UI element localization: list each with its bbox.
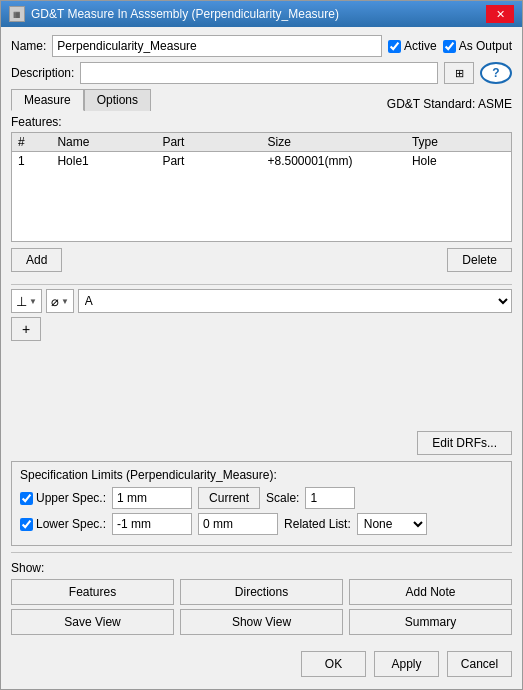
tabs: Measure Options <box>11 89 151 111</box>
ref-select[interactable]: A <box>78 289 512 313</box>
active-checkbox-label: Active <box>388 39 437 53</box>
circ-dropdown[interactable]: ⌀ ▼ <box>46 289 74 313</box>
show-row-1: Features Directions Add Note <box>11 579 512 605</box>
cell-type: Hole <box>406 152 511 171</box>
perp-arrow: ▼ <box>29 297 37 306</box>
lower-spec-checkbox[interactable] <box>20 518 33 531</box>
directions-button[interactable]: Directions <box>180 579 343 605</box>
name-input[interactable] <box>52 35 382 57</box>
show-row-2: Save View Show View Summary <box>11 609 512 635</box>
lower-spec-row: Lower Spec.: 0 mm Related List: None <box>20 513 503 535</box>
upper-spec-row: Upper Spec.: Current Scale: <box>20 487 503 509</box>
features-table: # Name Part Size Type 1 Hole1 Part +8.50 <box>11 132 512 242</box>
col-header-size: Size <box>261 133 405 152</box>
plus-button[interactable]: + <box>11 317 41 341</box>
grid-icon-button[interactable]: ⊞ <box>444 62 474 84</box>
current-value: 0 mm <box>198 513 278 535</box>
active-checkbox[interactable] <box>388 40 401 53</box>
edit-drfs-row: Edit DRFs... <box>11 431 512 455</box>
lower-spec-input[interactable] <box>112 513 192 535</box>
circ-symbol: ⌀ <box>51 294 59 309</box>
content-area: Name: Active As Output Description: ⊞ ? … <box>1 27 522 689</box>
scale-input[interactable] <box>305 487 355 509</box>
close-button[interactable]: ✕ <box>486 5 514 23</box>
description-label: Description: <box>11 66 74 80</box>
tabs-row: Measure Options GD&T Standard: ASME <box>11 89 512 111</box>
edit-drfs-button[interactable]: Edit DRFs... <box>417 431 512 455</box>
features-section: Features: # Name Part Size Type <box>11 115 512 242</box>
plus-row: + <box>11 317 512 341</box>
add-button[interactable]: Add <box>11 248 62 272</box>
apply-button[interactable]: Apply <box>374 651 439 677</box>
lower-spec-label: Lower Spec.: <box>20 517 106 531</box>
cell-name: Hole1 <box>51 152 156 171</box>
add-note-button[interactable]: Add Note <box>349 579 512 605</box>
main-window: ▦ GD&T Measure In Asssembly (Perpendicul… <box>0 0 523 690</box>
name-row: Name: Active As Output <box>11 35 512 57</box>
col-header-num: # <box>12 133 51 152</box>
name-label: Name: <box>11 39 46 53</box>
controls-row: ⊥ ▼ ⌀ ▼ A <box>11 289 512 313</box>
spacer <box>11 345 512 431</box>
perp-symbol: ⊥ <box>16 294 27 309</box>
features-button[interactable]: Features <box>11 579 174 605</box>
current-button[interactable]: Current <box>198 487 260 509</box>
description-input[interactable] <box>80 62 438 84</box>
related-list-select[interactable]: None <box>357 513 427 535</box>
window-icon: ▦ <box>9 6 25 22</box>
cancel-button[interactable]: Cancel <box>447 651 512 677</box>
cell-num: 1 <box>12 152 51 171</box>
description-row: Description: ⊞ ? <box>11 62 512 84</box>
table-row[interactable]: 1 Hole1 Part +8.500001(mm) Hole <box>12 152 511 171</box>
col-header-type: Type <box>406 133 511 152</box>
title-bar-left: ▦ GD&T Measure In Asssembly (Perpendicul… <box>9 6 339 22</box>
show-section: Show: Features Directions Add Note Save … <box>11 552 512 639</box>
related-list-label: Related List: <box>284 517 351 531</box>
add-delete-row: Add Delete <box>11 248 512 272</box>
footer-row: OK Apply Cancel <box>11 645 512 681</box>
circ-arrow: ▼ <box>61 297 69 306</box>
show-view-button[interactable]: Show View <box>180 609 343 635</box>
upper-spec-checkbox[interactable] <box>20 492 33 505</box>
upper-spec-label: Upper Spec.: <box>20 491 106 505</box>
help-button[interactable]: ? <box>480 62 512 84</box>
save-view-button[interactable]: Save View <box>11 609 174 635</box>
perp-dropdown[interactable]: ⊥ ▼ <box>11 289 42 313</box>
upper-spec-input[interactable] <box>112 487 192 509</box>
scale-label: Scale: <box>266 491 299 505</box>
as-output-checkbox-label: As Output <box>443 39 512 53</box>
col-header-part: Part <box>156 133 261 152</box>
spec-limits-section: Specification Limits (Perpendicularity_M… <box>11 461 512 546</box>
summary-button[interactable]: Summary <box>349 609 512 635</box>
show-group: Show: Features Directions Add Note Save … <box>11 552 512 635</box>
window-title: GD&T Measure In Asssembly (Perpendicular… <box>31 7 339 21</box>
features-label: Features: <box>11 115 512 129</box>
col-header-name: Name <box>51 133 156 152</box>
tab-measure[interactable]: Measure <box>11 89 84 111</box>
gdt-standard: GD&T Standard: ASME <box>387 97 512 111</box>
delete-button[interactable]: Delete <box>447 248 512 272</box>
as-output-checkbox[interactable] <box>443 40 456 53</box>
tab-options[interactable]: Options <box>84 89 151 111</box>
title-bar: ▦ GD&T Measure In Asssembly (Perpendicul… <box>1 1 522 27</box>
ok-button[interactable]: OK <box>301 651 366 677</box>
cell-size: +8.500001(mm) <box>261 152 405 171</box>
spec-title: Specification Limits (Perpendicularity_M… <box>20 468 503 482</box>
cell-part: Part <box>156 152 261 171</box>
show-label: Show: <box>11 561 44 575</box>
